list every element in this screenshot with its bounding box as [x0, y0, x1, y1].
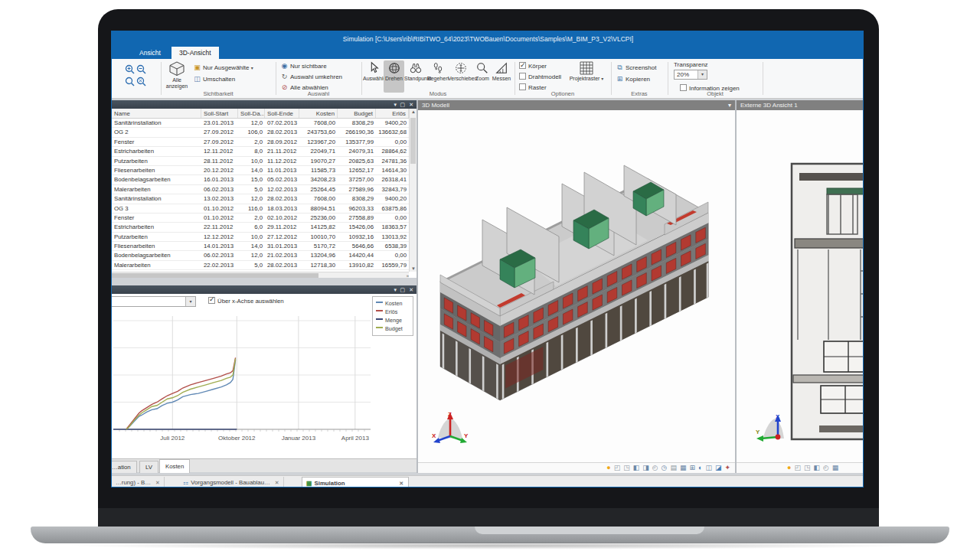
layers-icon[interactable]: ▤ [670, 463, 677, 473]
zoom-out-icon[interactable] [136, 64, 146, 74]
transparenz-label: Transparenz [674, 60, 708, 70]
table-row[interactable]: OG 2 27.09.2012 106,0 28.02.2013 243753,… [112, 128, 409, 137]
view-top-icon[interactable]: ◰ [614, 463, 621, 473]
auswahl-umkehren-button[interactable]: ↻Auswahl umkehren [280, 72, 342, 82]
add-view-icon[interactable]: ⊞ [689, 463, 695, 473]
doc-tab-1[interactable]: …rung) - B…✕ [112, 477, 165, 487]
table-horizontal-scrollbar[interactable]: » [112, 272, 409, 278]
table-row[interactable]: Sanitärinstallation 23.01.2013 12,0 07.0… [112, 119, 409, 128]
table-row[interactable]: Fenster 01.10.2012 2,0 02.10.2012 25236,… [112, 214, 409, 223]
messen-button[interactable]: Messen [492, 60, 511, 93]
close-tab-icon[interactable]: ✕ [155, 480, 160, 485]
doc-tab-simulation[interactable]: ▦Simulation✕ [302, 477, 409, 487]
shade-left-icon[interactable]: ◧ [813, 463, 820, 473]
column-header-erloes[interactable]: Erlös [376, 109, 409, 118]
kopieren-button[interactable]: ⊞Kopieren [616, 74, 650, 84]
alle-anzeigen-button[interactable]: Alle anzeigen [164, 60, 190, 93]
zoom-in-icon[interactable] [125, 64, 135, 74]
table-row[interactable]: Estricharbeiten 22.11.2012 6,0 29.11.201… [112, 223, 409, 232]
standpunkt-button[interactable]: Standpunkt [404, 60, 427, 93]
chevron-down-icon: ▾ [601, 77, 603, 81]
float-panel-icon[interactable]: ▢ [400, 285, 405, 294]
group-extras: ⧉Screenshot ⊞Kopieren Extras [612, 59, 666, 99]
splitter[interactable] [735, 100, 737, 473]
drehen-button[interactable]: Drehen [384, 60, 404, 93]
close-tab-icon[interactable]: ✕ [399, 478, 403, 487]
table-row[interactable]: Estricharbeiten 12.11.2012 8,0 21.11.201… [112, 147, 409, 156]
table-row[interactable]: Malerarbeiten 06.02.2013 5,0 12.02.2013 … [112, 185, 409, 194]
auswaehlen-button[interactable]: Auswählen [363, 60, 384, 93]
shade-left-icon[interactable]: ◧ [633, 463, 640, 473]
column-header-soll-ende[interactable]: Soll-Ende [265, 109, 299, 118]
begehen-button[interactable]: Begehen [427, 60, 448, 93]
x-axis-select-checkbox[interactable]: Über x-Achse auswählen [208, 297, 284, 305]
rotate-ccw-icon[interactable]: ◷ [662, 463, 668, 473]
close-panel-icon[interactable]: ✕ [409, 100, 413, 109]
tab-lv[interactable]: LV [139, 461, 158, 473]
zoom-mode-button[interactable]: Zoom [473, 60, 492, 93]
nur-ausgewaehlte-button[interactable]: ▣Nur Ausgewählte ▾ [193, 63, 253, 73]
scroll-down-icon[interactable]: ▼ [411, 266, 416, 271]
zoom-fit-icon[interactable] [136, 77, 146, 86]
screenshot-button[interactable]: ⧉Screenshot [616, 63, 656, 73]
contrast-icon[interactable]: ◐ [698, 463, 702, 473]
view-top-icon[interactable]: ◰ [794, 463, 801, 473]
koerper-checkbox[interactable]: Körper [519, 61, 547, 71]
view-side-icon[interactable]: ◳ [804, 463, 811, 473]
table-row[interactable]: Sanitärinstallation 13.02.2013 12,0 28.0… [112, 194, 409, 204]
projektraster-button[interactable]: Projektraster ▾ [567, 60, 606, 93]
nur-sichtbare-button[interactable]: ◉Nur sichtbare [280, 61, 327, 71]
lightbulb-icon[interactable]: ● [787, 463, 791, 473]
close-panel-icon[interactable]: ✕ [409, 285, 413, 294]
model-3d-viewport[interactable]: Z X Y [418, 110, 735, 462]
splitter[interactable] [416, 100, 418, 473]
table-row[interactable]: Putzarbeiten 28.11.2012 10,0 11.12.2012 … [112, 157, 409, 166]
table-row[interactable]: Putzarbeiten 12.12.2012 10,0 27.12.2012 … [112, 233, 409, 242]
table-row[interactable]: Fliesenarbeiten 14.01.2013 14,0 31.01.20… [112, 242, 409, 251]
split-view-icon[interactable]: ◫ [705, 463, 712, 473]
tab-kosten[interactable]: Kosten [159, 459, 190, 473]
view-side-icon[interactable]: ◳ [623, 463, 630, 473]
shade-right-icon[interactable]: ◨ [642, 463, 649, 473]
column-header-soll-start[interactable]: Soll-Start [201, 109, 238, 118]
series-combobox[interactable]: ▾ [111, 296, 196, 307]
column-header-budget[interactable]: Budget [338, 109, 376, 118]
table-vertical-scrollbar[interactable]: ▲ ▼ [409, 109, 416, 272]
scrollbar-thumb[interactable] [410, 118, 416, 164]
umschalten-button[interactable]: ◫Umschalten [193, 74, 235, 84]
rotate-cw-icon[interactable]: ◴ [823, 463, 829, 473]
column-header-kosten[interactable]: Kosten [299, 109, 338, 118]
tab-simulation-view[interactable]: …ation [111, 461, 137, 473]
grid-view-icon[interactable]: ▦ [680, 463, 687, 473]
collapse-panel-icon[interactable]: ▾ [394, 100, 397, 109]
drahtmodell-checkbox[interactable]: Drahtmodell [519, 72, 561, 82]
table-row[interactable]: Bodenbelagsarbeiten 06.02.2013 12,0 21.0… [112, 251, 409, 260]
table-row[interactable]: Fenster 27.09.2012 2,0 28.09.2012 123967… [112, 138, 409, 147]
table-row[interactable]: OG 3 01.10.2012 116,0 18.03.2013 88094,5… [112, 204, 409, 214]
external-3d-viewport[interactable]: X Y [737, 110, 864, 462]
transparenz-select[interactable]: 20%▾ [674, 70, 707, 80]
close-tab-icon[interactable]: ✕ [275, 480, 279, 485]
cost-line-chart[interactable]: Juli 2012Oktober 2012Januar 2013April 20… [113, 315, 371, 445]
panel-menu-icon[interactable]: ▾ [728, 100, 731, 110]
tab-ansicht[interactable]: Ansicht [132, 47, 168, 59]
table-row[interactable]: Malerarbeiten 22.02.2013 5,0 28.02.2013 … [112, 261, 409, 270]
tab-3d-ansicht[interactable]: 3D-Ansicht [172, 47, 219, 59]
highlight-icon[interactable]: ✦ [724, 463, 730, 473]
scrollbar-thumb[interactable] [112, 273, 318, 278]
grid-view-icon[interactable]: ▦ [832, 463, 839, 473]
verschieben-button[interactable]: Verschieben [448, 60, 473, 93]
doc-tab-vorgangsmodell[interactable]: ⚏Vorgangsmodell - Bauablau…✕ [179, 477, 284, 487]
corner-shade-icon[interactable]: ◪ [715, 463, 722, 473]
column-header-soll-dauer[interactable]: Soll-Da... [238, 109, 265, 118]
scroll-up-icon[interactable]: ▲ [411, 109, 416, 114]
table-row[interactable]: Bodenbelagsarbeiten 16.01.2013 15,0 05.0… [112, 175, 409, 184]
column-header-name[interactable]: Name [112, 109, 201, 118]
table-row[interactable]: Fliesenarbeiten 20.12.2012 14,0 11.01.20… [112, 166, 409, 175]
lightbulb-icon[interactable]: ● [606, 463, 610, 473]
zoom-window-icon[interactable] [125, 77, 135, 86]
scroll-right-icon[interactable]: » [407, 272, 409, 279]
float-panel-icon[interactable]: ▢ [400, 100, 405, 109]
collapse-panel-icon[interactable]: ▾ [394, 285, 397, 294]
rotate-cw-icon[interactable]: ◴ [652, 463, 658, 473]
